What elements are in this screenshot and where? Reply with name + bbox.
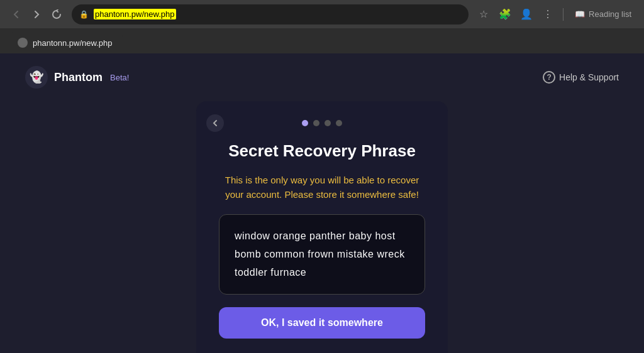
dot-1 <box>302 120 308 126</box>
page-content: 👻 Phantom Beta! ? Help & Support Secret … <box>0 53 644 353</box>
help-icon: ? <box>543 71 555 84</box>
card-back-button[interactable] <box>206 114 224 132</box>
phantom-beta-label: Beta! <box>110 73 129 82</box>
progress-dots <box>302 120 342 126</box>
seed-line-3: toddler furnace <box>235 267 306 278</box>
seed-line-2: bomb common frown mistake wreck <box>235 249 405 259</box>
tab-favicon <box>18 38 28 48</box>
browser-tabs: phantonn.pw/new.php <box>0 28 644 53</box>
dot-4 <box>336 120 342 126</box>
reading-list-button[interactable]: 📖 Reading list <box>570 7 636 21</box>
profile-button[interactable]: 👤 <box>518 6 535 23</box>
card-navigation <box>219 120 425 126</box>
card-title: Secret Recovery Phrase <box>228 141 416 161</box>
reading-list-icon: 📖 <box>575 9 585 19</box>
dot-2 <box>313 120 319 126</box>
seed-line-1: window orange panther baby host <box>235 231 396 241</box>
browser-chrome: 🔒 phantonn.pw/new.php ☆ 🧩 👤 ⋮ 📖 Reading … <box>0 0 644 53</box>
nav-buttons <box>8 6 65 23</box>
reading-list-label: Reading list <box>589 9 631 19</box>
tab-label: phantonn.pw/new.php <box>33 38 113 48</box>
back-button[interactable] <box>8 6 25 23</box>
help-support-button[interactable]: ? Help & Support <box>543 71 619 84</box>
dot-3 <box>325 120 331 126</box>
toolbar-actions: ☆ 🧩 👤 ⋮ 📖 Reading list <box>475 6 636 23</box>
card-subtitle: This is the only way you will be able to… <box>219 173 425 202</box>
extensions-button[interactable]: 🧩 <box>496 6 514 23</box>
active-tab[interactable]: phantonn.pw/new.php <box>8 32 123 53</box>
refresh-button[interactable] <box>48 6 65 23</box>
phantom-logo: 👻 Phantom Beta! <box>25 66 129 89</box>
address-url[interactable]: phantonn.pw/new.php <box>94 9 461 19</box>
address-bar[interactable]: 🔒 phantonn.pw/new.php <box>72 4 469 24</box>
seed-phrase-box: window orange panther baby host bomb com… <box>219 214 425 295</box>
bookmark-button[interactable]: ☆ <box>475 6 492 23</box>
phantom-icon: 👻 <box>25 66 48 89</box>
lock-icon: 🔒 <box>79 10 89 19</box>
phantom-name: Phantom <box>54 71 103 84</box>
menu-button[interactable]: ⋮ <box>539 6 557 23</box>
help-support-label: Help & Support <box>559 72 619 82</box>
divider <box>563 8 564 21</box>
url-highlight: phantonn.pw/new.php <box>94 9 176 19</box>
browser-toolbar: 🔒 phantonn.pw/new.php ☆ 🧩 👤 ⋮ 📖 Reading … <box>0 0 644 28</box>
forward-button[interactable] <box>28 6 45 23</box>
page-topbar: 👻 Phantom Beta! ? Help & Support <box>0 53 644 101</box>
ok-saved-button[interactable]: OK, I saved it somewhere <box>219 307 425 339</box>
recovery-phrase-card: Secret Recovery Phrase This is the only … <box>196 101 448 353</box>
